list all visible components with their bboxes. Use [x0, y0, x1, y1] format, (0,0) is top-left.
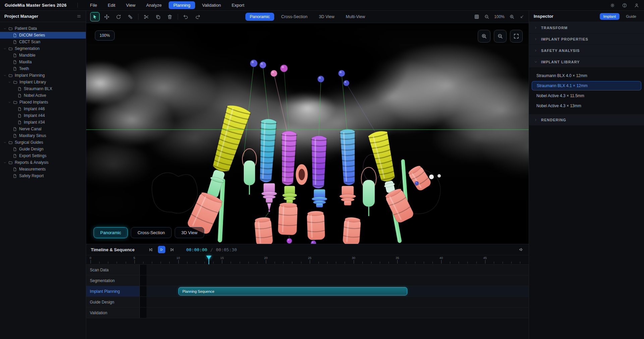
chevron-down-icon[interactable]	[3, 161, 6, 164]
zoom-in-button[interactable]	[478, 30, 490, 43]
section-safety-analysis[interactable]: SAFETY ANALYSIS	[529, 45, 644, 56]
track-row-validation[interactable]: Validation	[86, 308, 529, 318]
track-lane[interactable]	[147, 308, 529, 318]
implant-3d-scene[interactable]	[86, 23, 529, 244]
tree-item-label: Mandible	[19, 53, 36, 58]
section-implant-library[interactable]: IMPLANT LIBRARY	[529, 56, 644, 68]
viewport-tab-cross-section[interactable]: Cross-Section	[131, 227, 172, 238]
select-tool-button[interactable]	[90, 12, 100, 21]
track-row-segmentation[interactable]: Segmentation	[86, 275, 529, 286]
track-lane[interactable]	[147, 297, 529, 307]
menu-item-edit[interactable]: Edit	[104, 1, 119, 9]
user-profile-icon[interactable]	[634, 3, 639, 8]
viewport-tab-panoramic[interactable]: Panoramic	[94, 227, 128, 238]
track-row-implant-planning[interactable]: Implant Planning Planning Sequence	[86, 286, 529, 297]
track-label[interactable]: Segmentation	[86, 275, 140, 286]
menu-item-file[interactable]: File	[86, 1, 101, 9]
tree-item-nerve-canal[interactable]: Nerve Canal	[0, 126, 86, 132]
track-row-scan-data[interactable]: Scan Data	[86, 265, 529, 275]
implant-library-item-nobel-active-4-3-13mm[interactable]: Nobel Active 4.3 × 13mm	[529, 101, 644, 111]
tree-item-cbct-scan[interactable]: CBCT Scan	[0, 39, 86, 45]
track-label[interactable]: Scan Data	[86, 265, 140, 275]
view-tab-cross-section[interactable]: Cross-Section	[277, 13, 312, 21]
implant-library-item-straumann-blx-4-0-12mm[interactable]: Straumann BLX 4.0 × 12mm	[529, 71, 644, 81]
help-icon[interactable]	[622, 3, 627, 8]
tree-item-implant-34[interactable]: Implant #34	[0, 119, 86, 126]
section-implant-properties[interactable]: IMPLANT PROPERTIES	[529, 33, 644, 45]
zoom-out-button[interactable]	[494, 30, 507, 43]
chevron-down-icon[interactable]	[8, 101, 11, 104]
redo-tool-button[interactable]	[193, 12, 202, 21]
tree-item-reports-analysis[interactable]: Reports & Analysis	[0, 159, 86, 166]
track-lane[interactable]	[147, 265, 529, 275]
delete-tool-button[interactable]	[165, 12, 174, 21]
menu-item-validation[interactable]: Validation	[198, 1, 225, 9]
zoom-out-icon[interactable]	[484, 14, 489, 19]
implant-library-item-straumann-blx-4-1-12mm[interactable]: Straumann BLX 4.1 × 12mm	[532, 81, 641, 90]
skip-back-button[interactable]	[148, 246, 154, 253]
tree-item-teeth[interactable]: Teeth	[0, 65, 86, 72]
tree-item-guide-design[interactable]: Guide Design	[0, 146, 86, 152]
move-tool-button[interactable]	[102, 12, 111, 21]
tree-item-export-settings[interactable]: Export Settings	[0, 152, 86, 159]
section-transform[interactable]: TRANSFORM	[529, 22, 644, 33]
duplicate-tool-button[interactable]	[153, 12, 163, 21]
track-row-guide-design[interactable]: Guide Design	[86, 297, 529, 308]
chevron-down-icon[interactable]	[3, 27, 6, 30]
tree-item-maxilla[interactable]: Maxilla	[0, 59, 86, 65]
tree-item-maxillary-sinus[interactable]: Maxillary Sinus	[0, 132, 86, 139]
menu-item-view[interactable]: View	[122, 1, 139, 9]
section-rendering[interactable]: RENDERING	[529, 114, 644, 126]
chevron-down-icon[interactable]	[8, 81, 11, 84]
view-tab-multi-view[interactable]: Multi-View	[342, 13, 369, 21]
track-lane[interactable]: Planning Sequence	[147, 286, 529, 296]
zoom-in-icon[interactable]	[509, 14, 515, 19]
measure-tool-button[interactable]	[125, 12, 135, 21]
tree-item-implant-46[interactable]: Implant #46	[0, 106, 86, 112]
track-label[interactable]: Implant Planning	[86, 286, 140, 296]
tree-item-surgical-guides[interactable]: Surgical Guides	[0, 139, 86, 146]
inspector-mode-guide[interactable]: Guide	[623, 13, 639, 20]
track-lane[interactable]	[147, 275, 529, 286]
view-tab-panoramic[interactable]: Panoramic	[245, 13, 274, 21]
tree-item-placed-implants[interactable]: Placed Implants	[0, 99, 86, 106]
undo-tool-button[interactable]	[181, 12, 190, 21]
tree-item-implant-library[interactable]: Implant Library	[0, 79, 86, 85]
collapse-panel-icon[interactable]	[519, 14, 525, 19]
settings-icon[interactable]	[610, 3, 615, 8]
skip-forward-button[interactable]	[169, 246, 176, 253]
viewport-tab-3d-view[interactable]: 3D View	[175, 227, 204, 238]
file-icon	[17, 120, 22, 125]
chevron-down-icon[interactable]	[3, 47, 6, 50]
cut-tool-button[interactable]	[141, 12, 151, 21]
fullscreen-button[interactable]	[510, 30, 523, 43]
rotate-tool-button[interactable]	[114, 12, 123, 21]
tree-item-dicom-series[interactable]: DICOM Series	[0, 32, 86, 39]
tree-item-safety-report[interactable]: Safety Report	[0, 173, 86, 179]
inspector-mode-implant[interactable]: Implant	[600, 13, 620, 20]
track-label[interactable]: Validation	[86, 308, 140, 318]
grid-icon[interactable]	[474, 14, 479, 19]
timeline-ruler[interactable]: 051015202530354045	[86, 255, 529, 265]
tree-item-measurements[interactable]: Measurements	[0, 166, 86, 173]
tree-item-segmentation[interactable]: Segmentation	[0, 45, 86, 52]
chevron-down-icon[interactable]	[3, 74, 6, 77]
view-tab-3d-view[interactable]: 3D View	[314, 13, 339, 21]
menu-item-planning[interactable]: Planning	[169, 1, 195, 9]
chevron-down-icon[interactable]	[3, 141, 6, 144]
play-button[interactable]	[158, 246, 165, 253]
tree-item-nobel-active[interactable]: Nobel Active	[0, 92, 86, 99]
tree-item-mandible[interactable]: Mandible	[0, 52, 86, 59]
tree-item-straumann-blx[interactable]: Straumann BLX	[0, 85, 86, 92]
implant-library-item-nobel-active-4-3-11-5mm[interactable]: Nobel Active 4.3 × 11.5mm	[529, 91, 644, 101]
volume-icon[interactable]	[519, 247, 524, 252]
tree-item-implant-planning[interactable]: Implant Planning	[0, 72, 86, 79]
panoramic-viewport[interactable]: 100% PanoramicCross-Section3D View	[86, 23, 529, 244]
track-label[interactable]: Guide Design	[86, 297, 140, 307]
menu-item-export[interactable]: Export	[228, 1, 248, 9]
tree-item-implant-44[interactable]: Implant #44	[0, 112, 86, 119]
menu-icon[interactable]	[76, 14, 81, 19]
tree-item-patient-data[interactable]: Patient Data	[0, 25, 86, 32]
timeline-clip[interactable]: Planning Sequence	[178, 287, 407, 295]
menu-item-analyze[interactable]: Analyze	[142, 1, 165, 9]
